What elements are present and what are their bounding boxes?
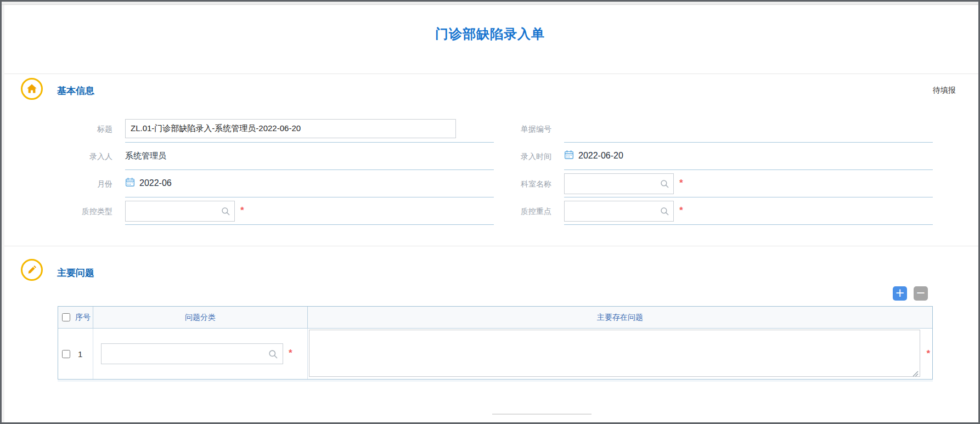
field-label-qc-focus: 质控重点 xyxy=(439,197,551,225)
status-badge: 待填报 xyxy=(933,86,956,95)
field-label-entry-time: 录入时间 xyxy=(439,143,551,170)
table-header-row: 序号 问题分类 主要存在问题 xyxy=(58,307,932,329)
window-frame-left xyxy=(2,5,4,422)
entry-time-text: 2022-06-20 xyxy=(578,151,623,161)
section-divider xyxy=(2,246,978,246)
field-label-qc-type: 质控类型 xyxy=(0,197,112,225)
required-marker: * xyxy=(926,348,930,359)
window-frame-top xyxy=(2,2,978,5)
table-row: 1 * * xyxy=(58,329,932,379)
table-bottom-line xyxy=(58,381,933,381)
resize-grip-icon[interactable] xyxy=(913,369,919,379)
entry-time-field[interactable]: 2022-06-20 xyxy=(564,143,933,170)
row-checkbox[interactable] xyxy=(62,350,70,358)
required-marker: * xyxy=(679,205,683,216)
collapsed-panel-edge xyxy=(492,414,592,415)
title-input[interactable] xyxy=(125,119,456,138)
qc-type-search-input[interactable] xyxy=(125,201,235,222)
section-title-main-problems: 主要问题 xyxy=(57,267,94,279)
required-marker: * xyxy=(289,348,292,359)
dept-name-value-area: * xyxy=(564,170,933,197)
field-label-title: 标题 xyxy=(0,115,112,143)
header-index: 序号 xyxy=(75,313,91,323)
add-row-button[interactable]: + xyxy=(893,286,907,301)
field-label-dept-name: 科室名称 xyxy=(439,170,551,197)
section-title-basic-info: 基本信息 xyxy=(57,84,94,97)
field-label-entered-by: 录入人 xyxy=(0,143,112,170)
search-icon xyxy=(660,207,669,218)
section-divider xyxy=(2,74,978,74)
search-icon xyxy=(660,179,669,191)
entered-by-text: 系统管理员 xyxy=(125,151,166,160)
header-issues: 主要存在问题 xyxy=(308,307,932,328)
qc-focus-value-area: * xyxy=(564,197,933,225)
calendar-icon xyxy=(564,150,574,162)
form-window: 门诊部缺陷录入单 基本信息 待填报 标题 单据编号 录入人 系统管理员 录入时间 xyxy=(0,0,980,424)
row-index: 1 xyxy=(78,349,82,359)
calendar-icon xyxy=(125,177,135,189)
search-icon xyxy=(268,349,278,361)
issues-textarea[interactable] xyxy=(309,330,920,377)
home-icon xyxy=(21,78,43,100)
month-text: 2022-06 xyxy=(139,178,172,188)
search-icon xyxy=(221,207,230,218)
select-all-checkbox[interactable] xyxy=(62,313,70,321)
required-marker: * xyxy=(240,205,244,216)
header-category: 问题分类 xyxy=(93,307,308,328)
required-marker: * xyxy=(679,178,683,189)
problems-table: 序号 问题分类 主要存在问题 1 * xyxy=(58,306,933,380)
dept-name-search-input[interactable] xyxy=(564,173,674,194)
page-title: 门诊部缺陷录入单 xyxy=(0,25,980,43)
doc-no-value xyxy=(564,115,933,143)
pencil-icon xyxy=(21,259,43,281)
qc-focus-search-input[interactable] xyxy=(564,201,674,222)
field-label-doc-no: 单据编号 xyxy=(439,115,551,143)
field-label-month: 月份 xyxy=(0,170,112,197)
category-search-input[interactable] xyxy=(101,343,283,364)
remove-row-button[interactable]: − xyxy=(914,286,928,301)
